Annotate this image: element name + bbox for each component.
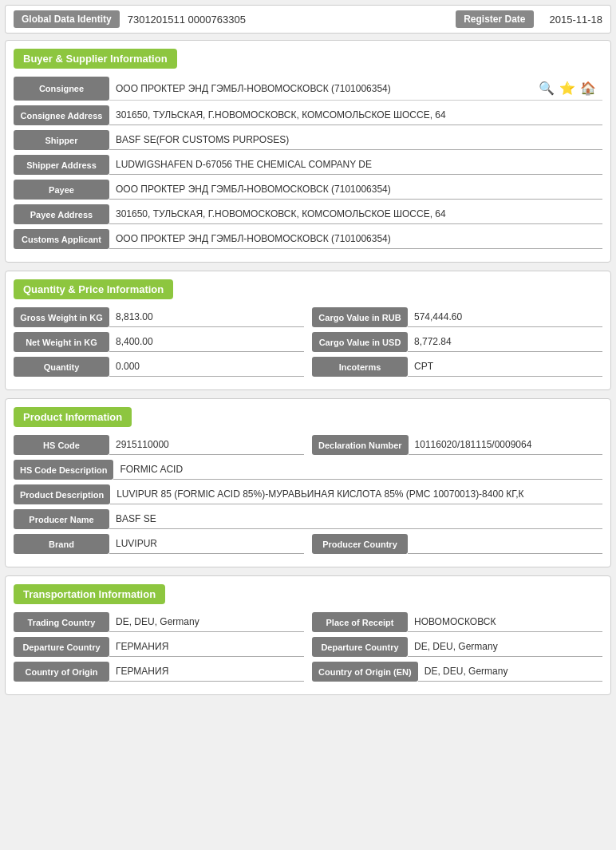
producer-name-value: BASF SE <box>109 509 602 529</box>
trading-country-row: Trading Country DE, DEU, Germany Place o… <box>14 612 602 632</box>
incoterms-col: Incoterms CPT <box>312 357 602 377</box>
action-icons: 🔍 ⭐ 🏠 <box>539 81 596 96</box>
hs-code-desc-row: HS Code Description FORMIC ACID <box>14 460 602 480</box>
gross-weight-label: Gross Weight in KG <box>14 307 109 327</box>
producer-country-label[interactable]: Producer Country <box>312 534 408 554</box>
brand-col: Brand LUVIPUR <box>14 534 304 554</box>
register-date-label[interactable]: Register Date <box>456 10 533 28</box>
shipper-address-row: Shipper Address LUDWIGSHAFEN D-67056 THE… <box>14 155 602 175</box>
consignee-address-value: 301650, ТУЛЬСКАЯ, Г.НОВОМОСКОВСК, КОМСОМ… <box>109 105 602 125</box>
product-section: Product Information HS Code 2915110000 D… <box>5 398 611 567</box>
star-icon[interactable]: ⭐ <box>559 81 575 96</box>
place-of-receipt-col: Place of Receipt НОВОМОСКОВСК <box>312 612 602 632</box>
gross-weight-row: Gross Weight in KG 8,813.00 Cargo Value … <box>14 307 602 327</box>
quantity-col: Quantity 0.000 <box>14 357 304 377</box>
place-of-receipt-label: Place of Receipt <box>312 612 408 632</box>
incoterms-value: CPT <box>408 357 602 377</box>
product-desc-row: Product Description LUVIPUR 85 (FORMIC A… <box>14 484 602 504</box>
departure-country-en-value: DE, DEU, Germany <box>408 637 602 657</box>
shipper-row: Shipper BASF SE(FOR CUSTOMS PURPOSES) <box>14 130 602 150</box>
shipper-address-label: Shipper Address <box>14 155 109 175</box>
global-data-identity-label: Global Data Identity <box>14 10 120 28</box>
hs-code-col: HS Code 2915110000 <box>14 435 304 455</box>
consignee-text: ООО ПРОКТЕР ЭНД ГЭМБЛ-НОВОМОСКОВСК (7101… <box>116 83 391 94</box>
home-icon[interactable]: 🏠 <box>580 81 596 96</box>
producer-country-col: Producer Country <box>312 534 602 554</box>
consignee-row: Consignee ООО ПРОКТЕР ЭНД ГЭМБЛ-НОВОМОСК… <box>14 77 602 101</box>
buyer-supplier-section: Buyer & Supplier Information Consignee О… <box>5 40 611 263</box>
trading-country-col: Trading Country DE, DEU, Germany <box>14 612 304 632</box>
quantity-label: Quantity <box>14 357 109 377</box>
search-icon[interactable]: 🔍 <box>539 81 555 96</box>
producer-name-label: Producer Name <box>14 509 109 529</box>
net-weight-value: 8,400.00 <box>109 332 304 352</box>
country-of-origin-value: ГЕРМАНИЯ <box>109 662 304 682</box>
declaration-number-value: 10116020/181115/0009064 <box>409 435 602 455</box>
payee-address-row: Payee Address 301650, ТУЛЬСКАЯ, Г.НОВОМО… <box>14 204 602 224</box>
incoterms-label: Incoterms <box>312 357 408 377</box>
place-of-receipt-value: НОВОМОСКОВСК <box>408 612 602 632</box>
page: Global Data Identity 7301201511 00007633… <box>0 0 616 708</box>
cargo-value-rub-col: Cargo Value in RUB 574,444.60 <box>312 307 602 327</box>
quantity-row: Quantity 0.000 Incoterms CPT <box>14 357 602 377</box>
hs-code-desc-value: FORMIC ACID <box>113 460 602 480</box>
brand-value: LUVIPUR <box>109 534 304 554</box>
hs-code-value: 2915110000 <box>109 435 304 455</box>
header-bar: Global Data Identity 7301201511 00007633… <box>5 5 611 34</box>
departure-country-col: Departure Country ГЕРМАНИЯ <box>14 637 304 657</box>
hs-code-row: HS Code 2915110000 Declaration Number 10… <box>14 435 602 455</box>
hs-code-desc-label: HS Code Description <box>14 460 113 480</box>
transportation-section: Transportation Information Trading Count… <box>5 575 611 695</box>
quantity-price-section: Quantity & Price Information Gross Weigh… <box>5 271 611 390</box>
product-title: Product Information <box>14 407 132 427</box>
customs-applicant-value: ООО ПРОКТЕР ЭНД ГЭМБЛ-НОВОМОСКОВСК (7101… <box>109 229 602 249</box>
trading-country-value: DE, DEU, Germany <box>109 612 304 632</box>
net-weight-col: Net Weight in KG 8,400.00 <box>14 332 304 352</box>
country-of-origin-en-col: Country of Origin (EN) DE, DEU, Germany <box>312 662 602 682</box>
consignee-label: Consignee <box>14 77 109 101</box>
gross-weight-value: 8,813.00 <box>109 307 304 327</box>
departure-country-en-label: Departure Country <box>312 637 408 657</box>
producer-name-row: Producer Name BASF SE <box>14 509 602 529</box>
quantity-value: 0.000 <box>109 357 304 377</box>
payee-address-value: 301650, ТУЛЬСКАЯ, Г.НОВОМОСКОВСК, КОМСОМ… <box>109 204 602 224</box>
payee-address-label: Payee Address <box>14 204 109 224</box>
departure-country-label: Departure Country <box>14 637 109 657</box>
cargo-value-usd-col: Cargo Value in USD 8,772.84 <box>312 332 602 352</box>
product-desc-value: LUVIPUR 85 (FORMIC ACID 85%)-МУРАВЬИНАЯ … <box>110 484 602 504</box>
shipper-address-value: LUDWIGSHAFEN D-67056 THE CHEMICAL COMPAN… <box>109 155 602 175</box>
gross-weight-col: Gross Weight in KG 8,813.00 <box>14 307 304 327</box>
quantity-price-title: Quantity & Price Information <box>14 279 173 299</box>
country-of-origin-en-label: Country of Origin (EN) <box>312 662 418 682</box>
cargo-value-rub-label: Cargo Value in RUB <box>312 307 408 327</box>
buyer-supplier-title: Buyer & Supplier Information <box>14 49 177 69</box>
country-of-origin-row: Country of Origin ГЕРМАНИЯ Country of Or… <box>14 662 602 682</box>
declaration-number-label: Declaration Number <box>312 435 409 455</box>
brand-label: Brand <box>14 534 109 554</box>
global-data-identity-value: 7301201511 0000763305 <box>128 14 456 26</box>
consignee-address-label: Consignee Address <box>14 105 109 125</box>
brand-row: Brand LUVIPUR Producer Country <box>14 534 602 554</box>
product-desc-label: Product Description <box>14 484 110 504</box>
country-of-origin-en-value: DE, DEU, Germany <box>418 662 602 682</box>
departure-country-en-col: Departure Country DE, DEU, Germany <box>312 637 602 657</box>
payee-row: Payee ООО ПРОКТЕР ЭНД ГЭМБЛ-НОВОМОСКОВСК… <box>14 180 602 200</box>
declaration-number-col: Declaration Number 10116020/181115/00090… <box>312 435 602 455</box>
customs-applicant-row: Customs Applicant ООО ПРОКТЕР ЭНД ГЭМБЛ-… <box>14 229 602 249</box>
cargo-value-usd-label: Cargo Value in USD <box>312 332 408 352</box>
country-of-origin-label: Country of Origin <box>14 662 109 682</box>
register-date-value: 2015-11-18 <box>542 14 603 26</box>
shipper-value: BASF SE(FOR CUSTOMS PURPOSES) <box>109 130 602 150</box>
customs-applicant-label: Customs Applicant <box>14 229 109 249</box>
consignee-value: ООО ПРОКТЕР ЭНД ГЭМБЛ-НОВОМОСКОВСК (7101… <box>109 77 602 101</box>
transportation-title: Transportation Information <box>14 584 165 604</box>
departure-country-value: ГЕРМАНИЯ <box>109 637 304 657</box>
consignee-address-row: Consignee Address 301650, ТУЛЬСКАЯ, Г.НО… <box>14 105 602 125</box>
hs-code-label: HS Code <box>14 435 109 455</box>
net-weight-row: Net Weight in KG 8,400.00 Cargo Value in… <box>14 332 602 352</box>
country-of-origin-col: Country of Origin ГЕРМАНИЯ <box>14 662 304 682</box>
producer-country-value <box>408 534 602 554</box>
cargo-value-rub-value: 574,444.60 <box>408 307 602 327</box>
payee-value: ООО ПРОКТЕР ЭНД ГЭМБЛ-НОВОМОСКОВСК (7101… <box>109 180 602 200</box>
shipper-label: Shipper <box>14 130 109 150</box>
